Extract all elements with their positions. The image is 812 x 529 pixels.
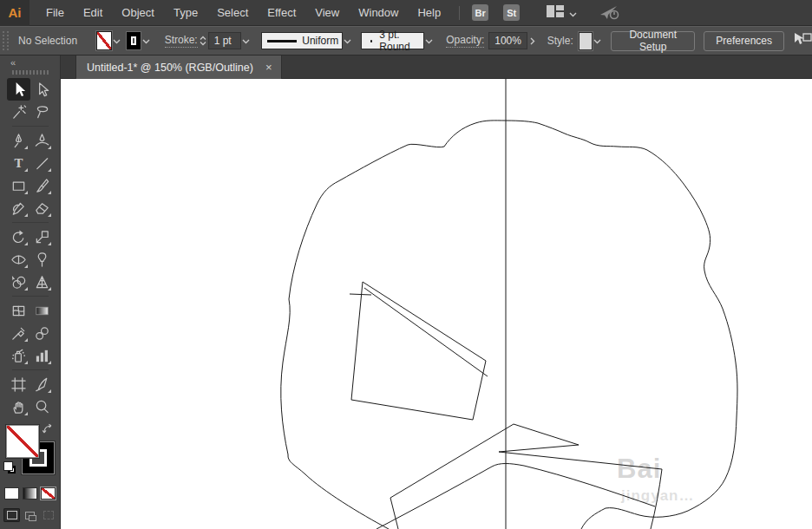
sketch-path[interactable] <box>499 424 662 469</box>
menu-item-edit[interactable]: Edit <box>74 0 112 26</box>
curvature-tool[interactable] <box>30 129 54 152</box>
pencil-tool[interactable] <box>7 197 30 219</box>
scale-tool[interactable] <box>30 225 54 248</box>
selection-tool[interactable] <box>7 78 30 101</box>
menu-list: FileEditObjectTypeSelectEffectViewWindow… <box>36 0 450 25</box>
mesh-tool[interactable] <box>7 299 30 322</box>
illustrator-window: { "menu_bar": { "logo": "Ai", "menus": [… <box>0 0 812 529</box>
brush-definition-dropdown[interactable]: 3 pt. Round <box>361 32 424 49</box>
style-dropdown[interactable] <box>593 32 602 49</box>
preferences-button[interactable]: Preferences <box>704 31 784 51</box>
style-button[interactable]: St <box>503 4 520 21</box>
bridge-button[interactable]: Br <box>472 4 488 21</box>
drawing-modes-row <box>0 508 60 522</box>
column-graph-tool[interactable] <box>30 344 54 367</box>
sketch-path[interactable] <box>651 469 662 529</box>
document-tab-title: Untitled-1* @ 150% (RGB/Outline) <box>87 62 253 74</box>
stroke-color-swatch[interactable] <box>126 31 141 50</box>
app-logo: Ai <box>0 0 29 26</box>
artwork-outline-sketch <box>61 79 812 529</box>
collapse-panel-icon[interactable]: « <box>0 56 60 68</box>
draw-normal-button[interactable] <box>3 508 20 522</box>
workspace-switcher[interactable] <box>547 5 577 21</box>
fill-color-dropdown[interactable] <box>112 32 121 49</box>
width-tool[interactable] <box>7 248 30 271</box>
default-fill-stroke-icon[interactable] <box>3 461 16 473</box>
control-bar-grip[interactable] <box>3 31 9 50</box>
swap-fill-stroke-icon[interactable] <box>42 423 54 439</box>
panel-dock-icon[interactable] <box>791 29 812 52</box>
style-swatch[interactable] <box>579 32 593 50</box>
gradient-tool[interactable] <box>30 299 54 322</box>
paintbrush-tool[interactable] <box>30 174 54 197</box>
menu-item-effect[interactable]: Effect <box>258 0 305 26</box>
sketch-path[interactable] <box>390 424 514 529</box>
workspace-layout-icon <box>547 5 564 21</box>
menu-item-file[interactable]: File <box>36 0 74 26</box>
zoom-tool[interactable] <box>30 395 54 418</box>
sketch-path[interactable] <box>364 288 488 376</box>
width-profile-preview <box>267 40 297 42</box>
none-button[interactable] <box>41 487 56 500</box>
menu-item-select[interactable]: Select <box>207 0 258 26</box>
sketch-path[interactable] <box>350 294 371 295</box>
gradient-button[interactable] <box>23 487 37 500</box>
stroke-weight-stepper[interactable] <box>200 32 206 49</box>
menu-item-window[interactable]: Window <box>349 0 408 26</box>
perspective-grid-tool[interactable] <box>30 271 54 293</box>
opacity-value[interactable]: 100% <box>488 32 527 49</box>
menu-item-view[interactable]: View <box>305 0 349 26</box>
tool-group-divider <box>7 219 54 225</box>
artboard-tool[interactable] <box>7 373 30 395</box>
symbol-sprayer-tool[interactable] <box>7 344 30 367</box>
cs-live-icon[interactable] <box>599 4 622 21</box>
eraser-tool[interactable] <box>30 197 54 219</box>
magic-wand-tool[interactable] <box>7 101 30 123</box>
line-segment-tool[interactable] <box>30 152 54 174</box>
opacity-panel-link[interactable]: Opacity: <box>446 34 484 48</box>
stroke-color-dropdown[interactable] <box>141 32 151 49</box>
lasso-tool[interactable] <box>30 101 54 123</box>
sketch-path[interactable] <box>281 121 737 529</box>
width-profile-chevron[interactable] <box>343 32 352 49</box>
menu-item-object[interactable]: Object <box>112 0 164 26</box>
brush-preview-dot <box>370 40 372 42</box>
pen-tool[interactable] <box>7 129 30 152</box>
sketch-path[interactable] <box>377 464 655 529</box>
width-profile-dropdown[interactable]: Uniform <box>261 32 343 49</box>
canvas[interactable]: Bai jingyan… <box>61 79 812 529</box>
sketch-path[interactable] <box>351 282 486 420</box>
selection-status: No Selection <box>18 35 77 47</box>
hand-tool[interactable] <box>7 395 30 418</box>
shape-builder-tool[interactable] <box>7 271 30 293</box>
menu-item-help[interactable]: Help <box>408 0 450 26</box>
tool-group-divider <box>7 123 54 129</box>
rotate-tool[interactable] <box>7 225 30 248</box>
stroke-weight-dropdown[interactable] <box>241 32 251 49</box>
menu-item-type[interactable]: Type <box>164 0 207 26</box>
opacity-chevron[interactable] <box>527 32 537 49</box>
document-setup-button[interactable]: Document Setup <box>611 31 695 51</box>
fill-stroke-block <box>0 423 61 486</box>
color-button[interactable] <box>4 487 19 500</box>
fill-indicator[interactable] <box>6 425 39 458</box>
free-transform-tool[interactable] <box>30 248 54 271</box>
slice-tool[interactable] <box>30 373 54 395</box>
eyedropper-tool[interactable] <box>7 322 30 344</box>
rectangle-tool[interactable] <box>7 174 30 197</box>
close-tab-icon[interactable]: × <box>265 62 272 73</box>
draw-behind-button[interactable] <box>22 508 38 522</box>
fill-color-swatch[interactable] <box>96 31 111 50</box>
document-tab[interactable]: Untitled-1* @ 150% (RGB/Outline) × <box>75 56 282 79</box>
tools-panel-grip[interactable] <box>12 70 49 75</box>
tool-group-divider <box>7 367 54 373</box>
blend-tool[interactable] <box>30 322 54 344</box>
stroke-weight-value[interactable]: 1 pt <box>208 32 242 49</box>
style-label: Style: <box>547 35 573 47</box>
stroke-panel-link[interactable]: Stroke: <box>165 34 198 48</box>
direct-selection-tool[interactable] <box>30 78 54 101</box>
type-tool[interactable]: T <box>7 152 30 174</box>
brush-definition-chevron[interactable] <box>424 32 434 49</box>
draw-inside-button[interactable] <box>40 508 56 522</box>
chevron-down-icon <box>569 5 577 21</box>
